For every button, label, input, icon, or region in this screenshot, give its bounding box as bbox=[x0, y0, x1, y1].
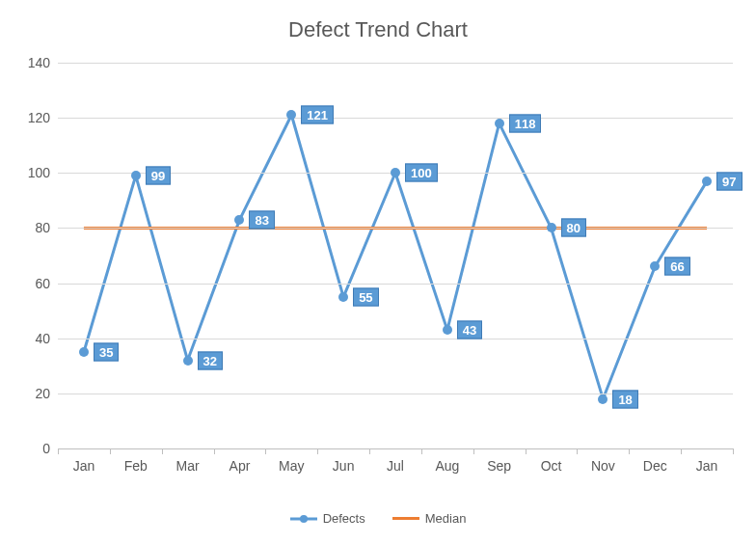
data-label: 80 bbox=[561, 219, 586, 237]
x-tick-label: Oct bbox=[541, 458, 562, 474]
x-tick-label: Jun bbox=[333, 458, 355, 474]
defect-trend-chart: Defect Trend Chart 020406080100120140Jan… bbox=[0, 0, 756, 543]
gridline bbox=[58, 63, 733, 64]
x-tick-label: Jan bbox=[696, 458, 718, 474]
data-label: 66 bbox=[664, 258, 689, 276]
data-label: 32 bbox=[198, 351, 223, 369]
y-tick-label: 40 bbox=[35, 331, 50, 346]
x-tick-mark bbox=[369, 448, 370, 454]
defects-line bbox=[84, 115, 707, 398]
x-tick-mark bbox=[526, 448, 526, 454]
data-label: 43 bbox=[457, 321, 482, 339]
gridline bbox=[58, 339, 733, 339]
x-tick-label: Dec bbox=[643, 458, 667, 474]
data-label: 83 bbox=[249, 210, 274, 229]
legend-item-defects: Defects bbox=[290, 511, 365, 526]
x-tick-label: May bbox=[279, 458, 304, 474]
x-tick-label: Sep bbox=[487, 458, 511, 474]
chart-title: Defect Trend Chart bbox=[0, 17, 756, 42]
x-tick-mark bbox=[681, 448, 682, 454]
data-marker bbox=[547, 223, 556, 232]
gridline bbox=[58, 118, 733, 119]
data-label: 121 bbox=[301, 106, 334, 124]
x-tick-label: Jan bbox=[73, 458, 95, 474]
data-marker bbox=[702, 176, 712, 186]
data-marker bbox=[443, 325, 452, 335]
gridline bbox=[58, 284, 733, 285]
x-tick-label: Jul bbox=[387, 458, 404, 474]
x-tick-mark bbox=[733, 448, 734, 454]
x-tick-mark bbox=[421, 448, 422, 454]
y-tick-label: 140 bbox=[28, 55, 50, 70]
data-label: 100 bbox=[405, 164, 438, 182]
data-marker bbox=[79, 347, 89, 357]
x-tick-mark bbox=[473, 448, 474, 454]
x-tick-mark bbox=[162, 448, 163, 454]
data-label: 18 bbox=[612, 390, 637, 408]
x-tick-label: Feb bbox=[124, 458, 148, 474]
data-marker bbox=[495, 119, 504, 128]
x-tick-mark bbox=[577, 448, 578, 454]
x-tick-mark bbox=[317, 448, 318, 454]
data-marker bbox=[598, 394, 608, 404]
x-tick-label: Nov bbox=[591, 458, 615, 474]
plot-area: 020406080100120140JanFebMarAprMayJunJulA… bbox=[58, 63, 733, 448]
data-marker bbox=[131, 171, 141, 180]
x-tick-mark bbox=[58, 448, 59, 454]
x-tick-mark bbox=[265, 448, 266, 454]
y-tick-label: 100 bbox=[28, 165, 50, 180]
x-tick-mark bbox=[214, 448, 215, 454]
x-tick-label: Mar bbox=[176, 458, 200, 474]
gridline bbox=[58, 228, 733, 229]
y-tick-label: 80 bbox=[35, 220, 50, 235]
data-label: 99 bbox=[146, 167, 171, 185]
data-label: 97 bbox=[716, 172, 742, 190]
legend-label-defects: Defects bbox=[323, 511, 365, 526]
data-marker bbox=[183, 356, 193, 366]
y-tick-label: 60 bbox=[35, 276, 50, 291]
y-tick-label: 20 bbox=[35, 386, 50, 401]
x-tick-label: Aug bbox=[435, 458, 459, 474]
legend-swatch-median-icon bbox=[392, 517, 419, 520]
x-axis bbox=[58, 448, 733, 449]
data-label: 55 bbox=[353, 287, 378, 306]
y-tick-label: 0 bbox=[42, 441, 50, 456]
legend: Defects Median bbox=[0, 511, 756, 526]
legend-label-median: Median bbox=[425, 511, 467, 526]
data-marker bbox=[338, 292, 348, 302]
x-tick-mark bbox=[110, 448, 111, 454]
legend-item-median: Median bbox=[392, 511, 467, 526]
data-label: 35 bbox=[94, 343, 119, 362]
data-label: 118 bbox=[509, 114, 542, 132]
x-tick-label: Apr bbox=[230, 458, 251, 474]
x-tick-mark bbox=[629, 448, 630, 454]
legend-swatch-defects-icon bbox=[290, 513, 317, 525]
y-tick-label: 120 bbox=[28, 110, 50, 125]
